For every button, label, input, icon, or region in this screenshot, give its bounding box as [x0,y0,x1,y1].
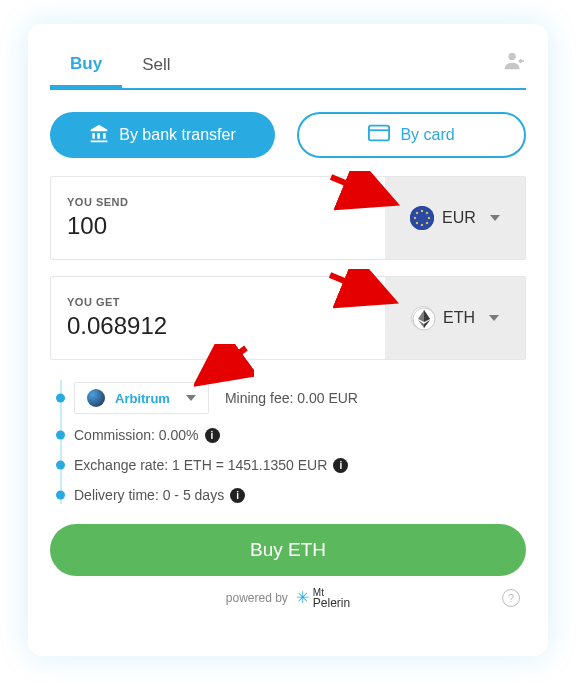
chevron-down-icon [489,315,499,321]
chevron-down-icon [186,395,196,401]
network-selector[interactable]: Arbitrum [74,382,209,414]
exchange-rate-text: Exchange rate: 1 ETH = 1451.1350 EUR [74,457,327,473]
chevron-down-icon [490,215,500,221]
info-icon[interactable]: i [230,488,245,503]
svg-point-9 [426,212,428,214]
svg-point-4 [421,210,423,212]
mtpelerin-logo[interactable]: ✳ Mt Pelerin [296,588,350,608]
tabs: Buy Sell [50,42,526,90]
delivery-time-text: Delivery time: 0 - 5 days [74,487,224,503]
you-get-value: 0.068912 [67,312,369,340]
bank-transfer-button[interactable]: By bank transfer [50,112,275,158]
you-send-value[interactable]: 100 [67,212,369,240]
svg-point-8 [416,212,418,214]
card-label: By card [400,126,454,144]
you-get-label: YOU GET [67,296,369,308]
svg-point-7 [428,217,430,219]
svg-rect-1 [369,126,389,141]
svg-point-6 [414,217,416,219]
card-button[interactable]: By card [297,112,526,158]
arbitrum-icon [87,389,105,407]
info-icon[interactable]: i [205,428,220,443]
eth-icon [411,306,435,330]
network-name: Arbitrum [115,391,170,406]
logo-mark-icon: ✳ [296,592,309,604]
you-get-panel: YOU GET 0.068912 ETH [50,276,526,360]
brand-bottom: Pelerin [313,598,350,608]
card-icon [368,124,390,146]
you-send-label: YOU SEND [67,196,369,208]
bank-icon [89,123,109,147]
details-list: Arbitrum Mining fee: 0.00 EUR Commission… [56,376,526,510]
powered-by-text: powered by [226,591,288,605]
tab-sell[interactable]: Sell [122,42,190,88]
you-send-panel: YOU SEND 100 EUR [50,176,526,260]
mining-fee: Mining fee: 0.00 EUR [225,390,358,406]
info-icon[interactable]: i [333,458,348,473]
svg-point-11 [426,222,428,224]
get-currency-label: ETH [443,309,475,327]
svg-point-10 [416,222,418,224]
help-icon[interactable]: ? [502,589,520,607]
svg-point-0 [508,53,515,60]
get-currency-selector[interactable]: ETH [385,277,525,359]
send-currency-label: EUR [442,209,476,227]
svg-point-5 [421,224,423,226]
svg-point-3 [410,206,434,230]
tab-buy[interactable]: Buy [50,43,122,89]
footer: powered by ✳ Mt Pelerin ? [50,588,526,608]
bank-transfer-label: By bank transfer [119,126,236,144]
send-currency-selector[interactable]: EUR [385,177,525,259]
buy-button[interactable]: Buy ETH [50,524,526,576]
eur-icon [410,206,434,230]
account-icon[interactable] [502,50,524,76]
commission-text: Commission: 0.00% [74,427,199,443]
payment-methods: By bank transfer By card [50,112,526,158]
